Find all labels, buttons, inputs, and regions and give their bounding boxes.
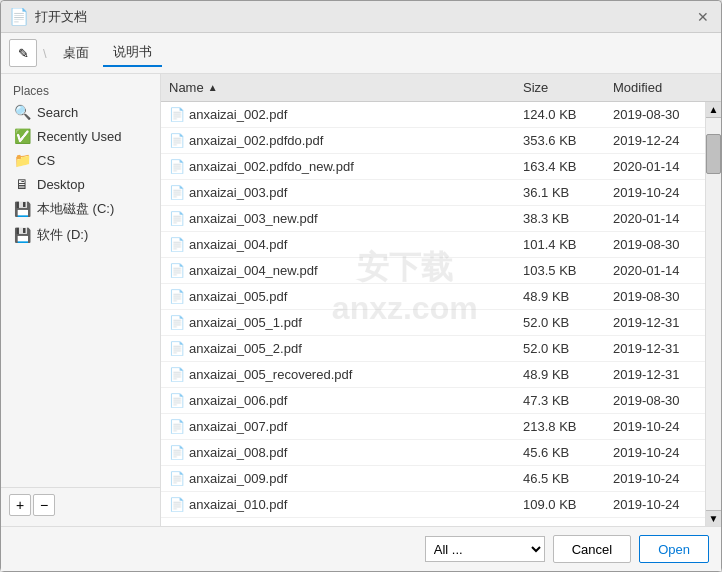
dialog-icon: 📄 bbox=[9, 7, 29, 26]
sidebar-item-cs-label: CS bbox=[37, 153, 55, 168]
filter-select[interactable]: All ... bbox=[425, 536, 545, 562]
file-name-cell: 📄 anxaizai_005.pdf bbox=[161, 287, 515, 306]
sidebar-item-software-d[interactable]: 💾 软件 (D:) bbox=[1, 222, 160, 248]
file-name-cell: 📄 anxaizai_003.pdf bbox=[161, 183, 515, 202]
toolbar-icon-button[interactable]: ✎ bbox=[9, 39, 37, 67]
col-header-size[interactable]: Size bbox=[515, 78, 605, 97]
sidebar-item-software-d-label: 软件 (D:) bbox=[37, 226, 88, 244]
col-header-name[interactable]: Name ▲ bbox=[161, 78, 515, 97]
scrollbar[interactable]: ▲ ▼ bbox=[705, 102, 721, 526]
col-header-modified[interactable]: Modified bbox=[605, 78, 705, 97]
table-row[interactable]: 📄 anxaizai_004.pdf 101.4 KB 2019-08-30 bbox=[161, 232, 705, 258]
table-row[interactable]: 📄 anxaizai_005_1.pdf 52.0 KB 2019-12-31 bbox=[161, 310, 705, 336]
table-row[interactable]: 📄 anxaizai_006.pdf 47.3 KB 2019-08-30 bbox=[161, 388, 705, 414]
table-row[interactable]: 📄 anxaizai_004_new.pdf 103.5 KB 2020-01-… bbox=[161, 258, 705, 284]
file-icon: 📄 bbox=[169, 419, 185, 434]
file-modified-cell: 2019-10-24 bbox=[605, 495, 705, 514]
file-name-cell: 📄 anxaizai_009.pdf bbox=[161, 469, 515, 488]
file-icon: 📄 bbox=[169, 107, 185, 122]
file-size-cell: 52.0 KB bbox=[515, 339, 605, 358]
tab-readme[interactable]: 说明书 bbox=[103, 39, 162, 67]
table-row[interactable]: 📄 anxaizai_003.pdf 36.1 KB 2019-10-24 bbox=[161, 180, 705, 206]
table-row[interactable]: 📄 anxaizai_010.pdf 109.0 KB 2019-10-24 bbox=[161, 492, 705, 518]
file-list[interactable]: 📄 anxaizai_002.pdf 124.0 KB 2019-08-30 📄… bbox=[161, 102, 705, 526]
table-row[interactable]: 📄 anxaizai_009.pdf 46.5 KB 2019-10-24 bbox=[161, 466, 705, 492]
main-content: Places 🔍 Search ✅ Recently Used 📁 CS 🖥 D… bbox=[1, 74, 721, 526]
scroll-up-button[interactable]: ▲ bbox=[706, 102, 721, 118]
recently-used-icon: ✅ bbox=[13, 128, 31, 144]
file-size-cell: 46.5 KB bbox=[515, 469, 605, 488]
file-modified-cell: 2019-08-30 bbox=[605, 287, 705, 306]
sidebar-item-desktop[interactable]: 🖥 Desktop bbox=[1, 172, 160, 196]
file-icon: 📄 bbox=[169, 471, 185, 486]
title-bar: 📄 打开文档 ✕ bbox=[1, 1, 721, 33]
file-icon: 📄 bbox=[169, 237, 185, 252]
file-size-cell: 353.6 KB bbox=[515, 131, 605, 150]
open-button[interactable]: Open bbox=[639, 535, 709, 563]
file-name: anxaizai_008.pdf bbox=[189, 445, 287, 460]
file-size-cell: 45.6 KB bbox=[515, 443, 605, 462]
dialog-title: 打开文档 bbox=[35, 8, 87, 26]
file-modified-cell: 2019-12-31 bbox=[605, 365, 705, 384]
close-button[interactable]: ✕ bbox=[693, 7, 713, 27]
table-row[interactable]: 📄 anxaizai_007.pdf 213.8 KB 2019-10-24 bbox=[161, 414, 705, 440]
file-name: anxaizai_004.pdf bbox=[189, 237, 287, 252]
file-list-with-scrollbar: 📄 anxaizai_002.pdf 124.0 KB 2019-08-30 📄… bbox=[161, 102, 721, 526]
file-list-header: Name ▲ Size Modified bbox=[161, 74, 721, 102]
file-size-cell: 103.5 KB bbox=[515, 261, 605, 280]
file-size-cell: 48.9 KB bbox=[515, 365, 605, 384]
file-icon: 📄 bbox=[169, 185, 185, 200]
file-icon: 📄 bbox=[169, 289, 185, 304]
table-row[interactable]: 📄 anxaizai_005_recovered.pdf 48.9 KB 201… bbox=[161, 362, 705, 388]
edit-icon: ✎ bbox=[18, 46, 29, 61]
file-name: anxaizai_002.pdf bbox=[189, 107, 287, 122]
file-name-cell: 📄 anxaizai_002.pdf bbox=[161, 105, 515, 124]
file-icon: 📄 bbox=[169, 393, 185, 408]
sidebar-item-local-disk-c[interactable]: 💾 本地磁盘 (C:) bbox=[1, 196, 160, 222]
add-place-button[interactable]: + bbox=[9, 494, 31, 516]
disk-d-icon: 💾 bbox=[13, 227, 31, 243]
file-icon: 📄 bbox=[169, 133, 185, 148]
search-icon: 🔍 bbox=[13, 104, 31, 120]
table-row[interactable]: 📄 anxaizai_005.pdf 48.9 KB 2019-08-30 bbox=[161, 284, 705, 310]
file-name: anxaizai_010.pdf bbox=[189, 497, 287, 512]
file-modified-cell: 2019-12-31 bbox=[605, 339, 705, 358]
file-name-cell: 📄 anxaizai_010.pdf bbox=[161, 495, 515, 514]
file-name-cell: 📄 anxaizai_004.pdf bbox=[161, 235, 515, 254]
scroll-thumb[interactable] bbox=[706, 134, 721, 174]
sidebar-section-label: Places bbox=[1, 78, 160, 100]
scrollbar-header-spacer bbox=[705, 78, 721, 97]
tab-desktop[interactable]: 桌面 bbox=[53, 40, 99, 66]
cancel-button[interactable]: Cancel bbox=[553, 535, 631, 563]
file-name-cell: 📄 anxaizai_007.pdf bbox=[161, 417, 515, 436]
folder-icon-cs: 📁 bbox=[13, 152, 31, 168]
remove-place-button[interactable]: − bbox=[33, 494, 55, 516]
sort-arrow: ▲ bbox=[208, 82, 218, 93]
file-modified-cell: 2019-08-30 bbox=[605, 391, 705, 410]
file-name: anxaizai_002.pdfdo_new.pdf bbox=[189, 159, 354, 174]
file-name: anxaizai_005_1.pdf bbox=[189, 315, 302, 330]
file-size-cell: 109.0 KB bbox=[515, 495, 605, 514]
file-modified-cell: 2019-08-30 bbox=[605, 235, 705, 254]
sidebar-item-search[interactable]: 🔍 Search bbox=[1, 100, 160, 124]
table-row[interactable]: 📄 anxaizai_002.pdfdo_new.pdf 163.4 KB 20… bbox=[161, 154, 705, 180]
sidebar-item-recently-used[interactable]: ✅ Recently Used bbox=[1, 124, 160, 148]
file-size-cell: 124.0 KB bbox=[515, 105, 605, 124]
file-name-cell: 📄 anxaizai_008.pdf bbox=[161, 443, 515, 462]
sidebar-item-cs[interactable]: 📁 CS bbox=[1, 148, 160, 172]
scroll-down-button[interactable]: ▼ bbox=[706, 510, 721, 526]
toolbar-separator: \ bbox=[43, 46, 47, 61]
table-row[interactable]: 📄 anxaizai_008.pdf 45.6 KB 2019-10-24 bbox=[161, 440, 705, 466]
file-size-cell: 163.4 KB bbox=[515, 157, 605, 176]
file-icon: 📄 bbox=[169, 341, 185, 356]
toolbar: ✎ \ 桌面 说明书 bbox=[1, 33, 721, 74]
table-row[interactable]: 📄 anxaizai_005_2.pdf 52.0 KB 2019-12-31 bbox=[161, 336, 705, 362]
table-row[interactable]: 📄 anxaizai_002.pdf 124.0 KB 2019-08-30 bbox=[161, 102, 705, 128]
file-name: anxaizai_003_new.pdf bbox=[189, 211, 318, 226]
file-modified-cell: 2019-12-24 bbox=[605, 131, 705, 150]
table-row[interactable]: 📄 anxaizai_002.pdfdo.pdf 353.6 KB 2019-1… bbox=[161, 128, 705, 154]
file-name-cell: 📄 anxaizai_005_2.pdf bbox=[161, 339, 515, 358]
table-row[interactable]: 📄 anxaizai_003_new.pdf 38.3 KB 2020-01-1… bbox=[161, 206, 705, 232]
file-size-cell: 38.3 KB bbox=[515, 209, 605, 228]
file-name: anxaizai_005_2.pdf bbox=[189, 341, 302, 356]
